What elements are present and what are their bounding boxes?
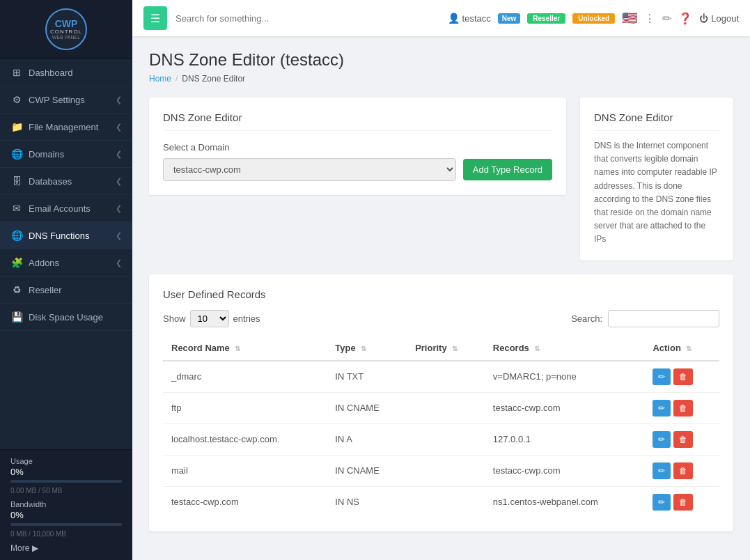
table-search-input[interactable] <box>608 310 719 327</box>
records-table-title: User Defined Records <box>163 288 719 300</box>
cell-records: testacc-cwp.com <box>485 455 645 486</box>
select-domain-label: Select a Domain <box>163 142 552 153</box>
bandwidth-detail: 0 MB / 10,000 MB <box>10 530 122 538</box>
search-input[interactable] <box>175 13 439 24</box>
sidebar-item-databases[interactable]: 🗄 Databases ❮ <box>0 168 132 195</box>
table-row: _dmarc IN TXT v=DMARC1; p=none ✏ 🗑 <box>163 361 719 393</box>
sidebar-item-file-management[interactable]: 📁 File Management ❮ <box>0 114 132 141</box>
help-icon[interactable]: ❓ <box>678 12 692 25</box>
domain-select[interactable]: testacc-cwp.com <box>163 158 456 181</box>
more-text: More <box>10 543 29 553</box>
addons-icon: 🧩 <box>10 257 23 268</box>
dns-editor-card-title: DNS Zone Editor <box>163 111 552 131</box>
cell-action: ✏ 🗑 <box>644 392 719 423</box>
sidebar-item-email-accounts[interactable]: ✉ Email Accounts ❮ <box>0 195 132 222</box>
table-row: localhost.testacc-cwp.com. IN A 127.0.0.… <box>163 423 719 455</box>
col-records: Records ⇅ <box>485 336 645 361</box>
breadcrumb-current: DNS Zone Editor <box>182 74 245 84</box>
main-content: ☰ 👤 testacc New Reseller Unlocked 🇺🇸 ⋮ ✏… <box>132 0 750 560</box>
table-header: Record Name ⇅ Type ⇅ Priority ⇅ Record <box>163 336 719 361</box>
cell-type: IN NS <box>327 486 407 518</box>
delete-button[interactable]: 🗑 <box>673 494 693 511</box>
chevron-icon: ❮ <box>116 204 122 213</box>
cell-action: ✏ 🗑 <box>644 486 719 518</box>
cell-action: ✏ 🗑 <box>644 455 719 486</box>
badge-reseller: Reseller <box>527 13 565 24</box>
cell-priority <box>407 455 485 486</box>
delete-button[interactable]: 🗑 <box>673 400 693 417</box>
sidebar-item-dns-functions[interactable]: 🌐 DNS Functions ❮ <box>0 222 132 249</box>
edit-button[interactable]: ✏ <box>653 400 671 417</box>
show-label: Show <box>163 313 186 324</box>
table-row: ftp IN CNAME testacc-cwp.com ✏ 🗑 <box>163 392 719 423</box>
logout-button[interactable]: ⏻ Logout <box>699 13 739 24</box>
edit-button[interactable]: ✏ <box>653 368 671 385</box>
menu-button[interactable]: ☰ <box>143 6 167 30</box>
sidebar-item-label: File Management <box>29 122 98 132</box>
breadcrumb-home[interactable]: Home <box>149 74 171 84</box>
add-type-record-button[interactable]: Add Type Record <box>463 159 552 180</box>
records-table: Record Name ⇅ Type ⇅ Priority ⇅ Record <box>163 336 719 518</box>
action-buttons: ✏ 🗑 <box>653 431 711 448</box>
badge-new: New <box>498 13 521 24</box>
sidebar-item-reseller[interactable]: ♻ Reseller <box>0 277 132 304</box>
user-icon: 👤 <box>448 13 460 24</box>
sort-icon[interactable]: ⇅ <box>452 345 458 352</box>
disk-icon: 💾 <box>10 311 23 322</box>
delete-button[interactable]: 🗑 <box>673 462 693 479</box>
bandwidth-label: Bandwidth <box>10 500 122 508</box>
sidebar-item-label: Addons <box>29 258 59 268</box>
sidebar-item-label: Domains <box>29 149 64 160</box>
more-link[interactable]: More ▶ <box>10 543 122 553</box>
cell-action: ✏ 🗑 <box>644 423 719 455</box>
sort-icon[interactable]: ⇅ <box>686 345 692 352</box>
edit-icon[interactable]: ✏ <box>662 12 671 25</box>
delete-button[interactable]: 🗑 <box>673 368 693 385</box>
reseller-icon: ♻ <box>10 284 23 295</box>
dns-icon: 🌐 <box>10 230 23 241</box>
cell-type: IN CNAME <box>327 455 407 486</box>
edit-button[interactable]: ✏ <box>653 462 671 479</box>
col-action: Action ⇅ <box>644 336 719 361</box>
sort-icon[interactable]: ⇅ <box>534 345 540 352</box>
dns-info-title: DNS Zone Editor <box>594 111 719 131</box>
sidebar: CWP CONTROL WEB PANEL ⊞ Dashboard ⚙ CWP … <box>0 0 132 560</box>
sidebar-item-addons[interactable]: 🧩 Addons ❮ <box>0 249 132 277</box>
col-record-name: Record Name ⇅ <box>163 336 327 361</box>
edit-button[interactable]: ✏ <box>653 494 671 511</box>
sidebar-item-dashboard[interactable]: ⊞ Dashboard <box>0 59 132 86</box>
content-area: DNS Zone Editor (testacc) Home / DNS Zon… <box>132 36 750 560</box>
cell-priority <box>407 392 485 423</box>
table-body: _dmarc IN TXT v=DMARC1; p=none ✏ 🗑 ftp I… <box>163 361 719 518</box>
action-buttons: ✏ 🗑 <box>653 494 711 511</box>
search-label: Search: <box>571 313 602 324</box>
delete-button[interactable]: 🗑 <box>673 431 693 448</box>
dns-info-text: DNS is the Internet component that conve… <box>594 139 719 247</box>
cell-priority <box>407 361 485 393</box>
sidebar-item-cwp-settings[interactable]: ⚙ CWP Settings ❮ <box>0 86 132 114</box>
share-icon[interactable]: ⋮ <box>644 12 655 25</box>
col-type: Type ⇅ <box>327 336 407 361</box>
entries-select[interactable]: 10 25 50 100 <box>190 310 229 327</box>
action-buttons: ✏ 🗑 <box>653 462 711 479</box>
logout-text: Logout <box>711 13 739 24</box>
usage-percent: 0% <box>10 467 122 477</box>
select-row: testacc-cwp.com Add Type Record <box>163 158 552 181</box>
cell-record-name: mail <box>163 455 327 486</box>
sort-icon[interactable]: ⇅ <box>361 345 366 352</box>
sidebar-item-disk-space[interactable]: 💾 Disk Space Usage <box>0 304 132 331</box>
show-entries: Show 10 25 50 100 entries <box>163 310 260 327</box>
sort-icon[interactable]: ⇅ <box>235 345 240 352</box>
edit-button[interactable]: ✏ <box>653 431 671 448</box>
usage-detail: 0.00 MB / 50 MB <box>10 487 122 495</box>
entries-label: entries <box>233 313 260 324</box>
sidebar-item-domains[interactable]: 🌐 Domains ❮ <box>0 141 132 168</box>
more-arrow-icon: ▶ <box>32 543 38 553</box>
sidebar-item-label: CWP Settings <box>29 95 85 105</box>
topbar-user: 👤 testacc <box>448 13 491 24</box>
sidebar-item-label: Databases <box>29 176 72 187</box>
chevron-icon: ❮ <box>116 177 122 186</box>
action-buttons: ✏ 🗑 <box>653 400 711 417</box>
sidebar-nav: ⊞ Dashboard ⚙ CWP Settings ❮ 📁 File Mana… <box>0 59 132 449</box>
page-title: DNS Zone Editor (testacc) <box>149 50 733 70</box>
